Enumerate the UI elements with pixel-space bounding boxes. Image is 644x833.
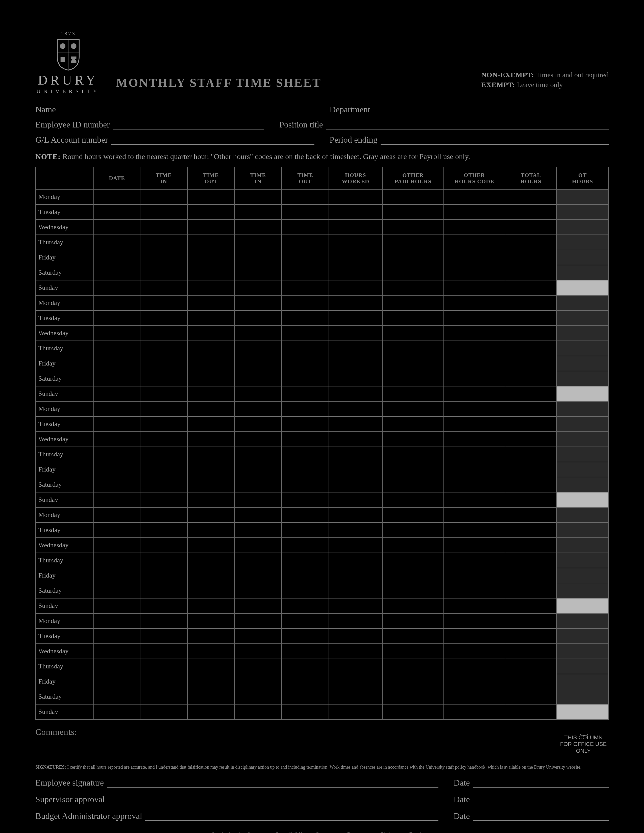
time-cell[interactable] — [505, 220, 557, 235]
time-cell[interactable] — [382, 401, 444, 416]
time-cell[interactable] — [444, 356, 505, 371]
time-cell[interactable] — [282, 220, 329, 235]
time-cell[interactable] — [94, 644, 140, 659]
time-cell[interactable] — [187, 371, 235, 386]
time-cell[interactable] — [94, 538, 140, 553]
time-cell[interactable] — [505, 204, 557, 220]
time-cell[interactable] — [94, 568, 140, 583]
time-cell[interactable] — [329, 189, 382, 204]
time-cell[interactable] — [329, 432, 382, 447]
time-cell[interactable] — [187, 477, 235, 492]
time-cell[interactable] — [444, 265, 505, 280]
time-cell[interactable] — [140, 220, 187, 235]
time-cell[interactable] — [235, 659, 282, 674]
time-cell[interactable] — [505, 295, 557, 310]
time-cell[interactable] — [187, 447, 235, 462]
budget-admin-signature-field[interactable]: Budget Administrator approval — [35, 811, 438, 821]
time-cell[interactable] — [94, 326, 140, 341]
time-cell[interactable] — [235, 704, 282, 719]
time-cell[interactable] — [505, 659, 557, 674]
time-cell[interactable] — [140, 644, 187, 659]
time-cell[interactable] — [187, 613, 235, 629]
time-cell[interactable] — [329, 326, 382, 341]
time-cell[interactable] — [94, 674, 140, 689]
time-cell[interactable] — [505, 356, 557, 371]
time-cell[interactable] — [235, 371, 282, 386]
time-cell[interactable] — [329, 613, 382, 629]
time-cell[interactable] — [505, 689, 557, 704]
time-cell[interactable] — [444, 280, 505, 295]
time-cell[interactable] — [282, 598, 329, 613]
time-cell[interactable] — [382, 689, 444, 704]
time-cell[interactable] — [282, 371, 329, 386]
time-cell[interactable] — [505, 250, 557, 265]
time-cell[interactable] — [235, 538, 282, 553]
time-cell[interactable] — [382, 644, 444, 659]
time-cell[interactable] — [187, 295, 235, 310]
time-cell[interactable] — [282, 477, 329, 492]
time-cell[interactable] — [329, 295, 382, 310]
time-cell[interactable] — [94, 220, 140, 235]
time-cell[interactable] — [329, 492, 382, 507]
time-cell[interactable] — [140, 189, 187, 204]
time-cell[interactable] — [444, 704, 505, 719]
time-cell[interactable] — [505, 416, 557, 432]
time-cell[interactable] — [140, 250, 187, 265]
time-cell[interactable] — [235, 250, 282, 265]
time-cell[interactable] — [282, 583, 329, 598]
time-cell[interactable] — [140, 629, 187, 644]
time-cell[interactable] — [329, 583, 382, 598]
time-cell[interactable] — [382, 280, 444, 295]
time-cell[interactable] — [282, 265, 329, 280]
time-cell[interactable] — [444, 674, 505, 689]
time-cell[interactable] — [140, 538, 187, 553]
time-cell[interactable] — [94, 689, 140, 704]
time-cell[interactable] — [94, 189, 140, 204]
time-cell[interactable] — [329, 356, 382, 371]
time-cell[interactable] — [282, 356, 329, 371]
time-cell[interactable] — [444, 341, 505, 356]
time-cell[interactable] — [187, 583, 235, 598]
time-cell[interactable] — [282, 310, 329, 326]
time-cell[interactable] — [382, 704, 444, 719]
time-cell[interactable] — [282, 326, 329, 341]
time-cell[interactable] — [94, 265, 140, 280]
supervisor-date-field[interactable]: Date — [454, 794, 609, 804]
time-cell[interactable] — [505, 553, 557, 568]
time-cell[interactable] — [444, 644, 505, 659]
time-cell[interactable] — [505, 477, 557, 492]
time-cell[interactable] — [94, 583, 140, 598]
time-cell[interactable] — [235, 265, 282, 280]
time-cell[interactable] — [505, 507, 557, 523]
time-cell[interactable] — [505, 401, 557, 416]
time-cell[interactable] — [235, 629, 282, 644]
time-cell[interactable] — [235, 598, 282, 613]
time-cell[interactable] — [382, 341, 444, 356]
time-cell[interactable] — [282, 674, 329, 689]
time-cell[interactable] — [187, 644, 235, 659]
time-cell[interactable] — [382, 553, 444, 568]
time-cell[interactable] — [235, 674, 282, 689]
time-cell[interactable] — [235, 416, 282, 432]
time-cell[interactable] — [329, 629, 382, 644]
time-cell[interactable] — [140, 235, 187, 250]
time-cell[interactable] — [382, 220, 444, 235]
time-cell[interactable] — [94, 629, 140, 644]
time-cell[interactable] — [140, 447, 187, 462]
time-cell[interactable] — [444, 553, 505, 568]
time-cell[interactable] — [187, 250, 235, 265]
time-cell[interactable] — [282, 401, 329, 416]
time-cell[interactable] — [235, 326, 282, 341]
time-cell[interactable] — [505, 371, 557, 386]
time-cell[interactable] — [382, 477, 444, 492]
time-cell[interactable] — [140, 689, 187, 704]
time-cell[interactable] — [94, 295, 140, 310]
time-cell[interactable] — [187, 326, 235, 341]
time-cell[interactable] — [140, 523, 187, 538]
time-cell[interactable] — [140, 613, 187, 629]
time-cell[interactable] — [282, 523, 329, 538]
time-cell[interactable] — [94, 386, 140, 401]
time-cell[interactable] — [94, 341, 140, 356]
time-cell[interactable] — [444, 629, 505, 644]
time-cell[interactable] — [329, 371, 382, 386]
